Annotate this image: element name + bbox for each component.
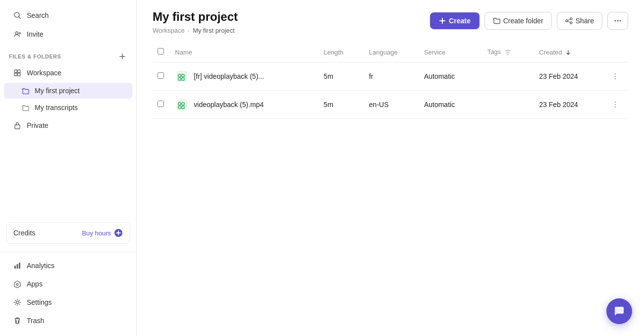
sidebar-item-apps[interactable]: Apps [4,275,132,293]
row-more-button[interactable] [608,99,622,111]
create-folder-label: Create folder [503,17,543,25]
share-icon [565,17,573,24]
sidebar-item-my-transcripts[interactable]: My transcripts [4,100,132,115]
row-checkbox[interactable] [158,101,164,107]
sidebar: Search Invite Files & Folders [0,0,137,336]
svg-point-23 [566,20,568,22]
analytics-icon [13,261,22,270]
sidebar-item-settings[interactable]: Settings [4,293,132,311]
file-type-icon [175,98,189,112]
sort-icon [565,50,571,56]
settings-icon [13,298,22,307]
sidebar-item-label: Apps [27,280,43,288]
files-folders-header: Files & Folders [0,47,136,63]
more-icon [614,17,622,25]
svg-rect-11 [15,125,20,129]
file-name-group: videoplayback (5).mp4 [175,98,314,112]
row-language-cell: fr [364,62,419,91]
create-label: Create [449,17,471,25]
sidebar-item-label: Search [27,11,49,19]
search-icon [13,11,22,20]
share-button[interactable]: Share [557,12,602,30]
col-length-header[interactable]: Length [319,42,364,62]
row-name-cell: videoplayback (5).mp4 [170,91,319,119]
sidebar-item-my-first-project[interactable]: My first project [4,83,132,99]
col-service-header[interactable]: Service [419,42,483,62]
create-folder-button[interactable]: Create folder [484,12,552,30]
main-header: My first project Workspace › My first pr… [137,0,644,42]
sidebar-item-label: Trash [27,317,44,325]
row-length-cell: 5m [319,62,364,91]
filter-icon [504,49,511,56]
table-row: videoplayback (5).mp4 5m en-US Automatic… [153,91,628,119]
row-length-cell: 5m [319,91,364,119]
select-all-checkbox[interactable] [158,48,164,55]
sidebar-item-search[interactable]: Search [4,6,132,24]
svg-rect-16 [17,264,18,269]
svg-rect-15 [14,266,16,269]
row-checkbox[interactable] [158,72,164,79]
credits-section: Credits Buy hours [6,222,130,244]
table-body: [fr] videoplayback (5)... 5m fr Automati… [153,62,628,119]
svg-line-1 [19,17,21,19]
sidebar-item-private[interactable]: Private [4,116,132,134]
row-more-button[interactable] [608,70,622,82]
chat-icon [613,305,625,317]
col-tags-header[interactable]: Tags [483,42,535,62]
more-icon [611,72,619,80]
file-name[interactable]: videoplayback (5).mp4 [194,101,264,109]
buy-hours-label: Buy hours [82,229,111,237]
col-created-header[interactable]: Created [534,42,603,62]
chat-button[interactable] [606,298,632,324]
plus-icon [439,17,446,24]
file-name[interactable]: [fr] videoplayback (5)... [194,72,264,80]
row-checkbox-cell [153,91,170,119]
svg-point-27 [615,20,616,22]
svg-point-29 [620,20,621,22]
create-button[interactable]: Create [430,12,480,29]
svg-rect-17 [19,263,20,269]
sidebar-item-trash[interactable]: Trash [4,312,132,330]
svg-point-28 [617,20,619,22]
svg-point-44 [615,104,616,106]
credits-label: Credits [13,229,35,237]
svg-rect-7 [14,70,17,73]
svg-point-35 [615,73,616,75]
svg-point-18 [16,283,18,285]
buy-hours-button[interactable]: Buy hours [82,228,123,237]
breadcrumb-workspace[interactable]: Workspace [153,27,185,34]
col-name-header[interactable]: Name [170,42,319,62]
files-folders-label: Files & Folders [9,54,61,59]
sidebar-item-analytics[interactable]: Analytics [4,257,132,275]
sidebar-item-label: Analytics [27,262,54,270]
add-folder-button[interactable] [117,52,127,61]
sidebar-item-label: Invite [27,30,43,38]
page-title: My first project [153,10,238,24]
svg-point-45 [615,107,616,108]
row-created-cell: 23 Feb 2024 [534,91,603,119]
svg-line-25 [568,19,570,20]
breadcrumb: Workspace › My first project [153,27,238,34]
col-checkbox [153,42,170,62]
share-label: Share [576,17,594,25]
row-language-cell: en-US [364,91,419,119]
more-options-button[interactable] [607,12,628,30]
svg-point-22 [570,18,572,20]
sidebar-item-workspace[interactable]: Workspace [4,64,132,82]
workspace-icon [13,68,22,77]
svg-point-24 [570,22,572,24]
trash-icon [13,316,22,325]
apps-icon [13,280,22,288]
sidebar-item-invite[interactable]: Invite [4,25,132,43]
row-actions-cell [603,62,628,91]
row-created-cell: 23 Feb 2024 [534,62,603,91]
svg-point-19 [16,301,19,304]
title-area: My first project Workspace › My first pr… [153,10,238,42]
col-language-header[interactable]: Language [364,42,419,62]
files-table: Name Length Language Service Tags [153,42,628,119]
row-checkbox-cell [153,62,170,91]
svg-point-43 [615,102,616,103]
invite-icon [13,30,22,39]
sidebar-item-label: Settings [27,298,52,306]
toolbar: Create Create folder S [430,10,628,30]
